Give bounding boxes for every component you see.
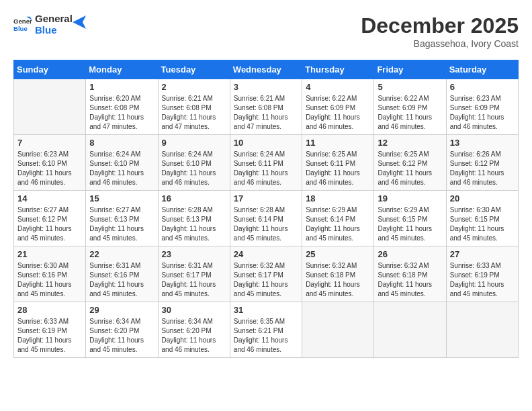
day-number: 22 [89, 249, 154, 259]
table-cell: 27Sunrise: 6:33 AM Sunset: 6:19 PM Dayli… [446, 246, 518, 302]
day-number: 28 [17, 305, 82, 315]
day-number: 27 [450, 249, 515, 259]
day-number: 26 [378, 249, 442, 259]
table-cell: 6Sunrise: 6:23 AM Sunset: 6:09 PM Daylig… [446, 79, 518, 135]
day-detail: Sunrise: 6:24 AM Sunset: 6:10 PM Dayligh… [162, 150, 226, 187]
day-number: 29 [89, 305, 154, 315]
day-number: 14 [17, 193, 82, 203]
day-number: 6 [450, 82, 515, 92]
table-cell: 28Sunrise: 6:33 AM Sunset: 6:19 PM Dayli… [14, 302, 86, 358]
table-cell: 4Sunrise: 6:22 AM Sunset: 6:09 PM Daylig… [302, 79, 374, 135]
table-cell: 14Sunrise: 6:27 AM Sunset: 6:12 PM Dayli… [14, 191, 86, 246]
table-cell: 11Sunrise: 6:25 AM Sunset: 6:11 PM Dayli… [302, 135, 374, 191]
day-detail: Sunrise: 6:22 AM Sunset: 6:09 PM Dayligh… [306, 94, 370, 132]
table-cell: 22Sunrise: 6:31 AM Sunset: 6:16 PM Dayli… [86, 246, 158, 302]
day-detail: Sunrise: 6:29 AM Sunset: 6:14 PM Dayligh… [306, 205, 370, 243]
location: Bagassehoa, Ivory Coast [361, 38, 519, 49]
header-sunday: Sunday [14, 60, 86, 79]
table-cell: 5Sunrise: 6:22 AM Sunset: 6:09 PM Daylig… [374, 79, 446, 135]
day-number: 23 [162, 249, 226, 259]
table-cell: 10Sunrise: 6:24 AM Sunset: 6:11 PM Dayli… [230, 135, 302, 191]
day-number: 19 [378, 193, 442, 203]
day-number: 16 [162, 193, 226, 203]
day-number: 5 [378, 82, 442, 92]
day-number: 12 [378, 138, 442, 148]
header-tuesday: Tuesday [158, 60, 230, 79]
day-detail: Sunrise: 6:25 AM Sunset: 6:11 PM Dayligh… [306, 150, 370, 187]
table-cell: 8Sunrise: 6:24 AM Sunset: 6:10 PM Daylig… [86, 135, 158, 191]
table-cell: 24Sunrise: 6:32 AM Sunset: 6:17 PM Dayli… [230, 246, 302, 302]
day-detail: Sunrise: 6:20 AM Sunset: 6:08 PM Dayligh… [89, 94, 154, 132]
svg-text:General: General [13, 17, 32, 25]
day-number: 3 [234, 82, 298, 92]
day-detail: Sunrise: 6:22 AM Sunset: 6:09 PM Dayligh… [378, 94, 442, 132]
day-detail: Sunrise: 6:24 AM Sunset: 6:10 PM Dayligh… [89, 150, 154, 187]
table-cell: 9Sunrise: 6:24 AM Sunset: 6:10 PM Daylig… [158, 135, 230, 191]
day-number: 7 [17, 138, 82, 148]
table-cell: 19Sunrise: 6:29 AM Sunset: 6:15 PM Dayli… [374, 191, 446, 246]
week-row-4: 21Sunrise: 6:30 AM Sunset: 6:16 PM Dayli… [14, 246, 519, 302]
table-cell: 18Sunrise: 6:29 AM Sunset: 6:14 PM Dayli… [302, 191, 374, 246]
day-detail: Sunrise: 6:28 AM Sunset: 6:14 PM Dayligh… [234, 205, 298, 243]
table-cell: 7Sunrise: 6:23 AM Sunset: 6:10 PM Daylig… [14, 135, 86, 191]
table-cell: 16Sunrise: 6:28 AM Sunset: 6:13 PM Dayli… [158, 191, 230, 246]
day-number: 11 [306, 138, 370, 148]
day-number: 10 [234, 138, 298, 148]
day-number: 30 [162, 305, 226, 315]
day-detail: Sunrise: 6:33 AM Sunset: 6:19 PM Dayligh… [17, 317, 82, 355]
table-cell: 15Sunrise: 6:27 AM Sunset: 6:13 PM Dayli… [86, 191, 158, 246]
table-cell: 26Sunrise: 6:32 AM Sunset: 6:18 PM Dayli… [374, 246, 446, 302]
day-detail: Sunrise: 6:32 AM Sunset: 6:18 PM Dayligh… [378, 261, 442, 299]
day-detail: Sunrise: 6:25 AM Sunset: 6:12 PM Dayligh… [378, 150, 442, 187]
logo-blue: Blue [35, 25, 73, 36]
header-monday: Monday [86, 60, 158, 79]
week-row-3: 14Sunrise: 6:27 AM Sunset: 6:12 PM Dayli… [14, 191, 519, 246]
week-row-2: 7Sunrise: 6:23 AM Sunset: 6:10 PM Daylig… [14, 135, 519, 191]
day-detail: Sunrise: 6:27 AM Sunset: 6:13 PM Dayligh… [89, 205, 154, 243]
table-cell: 20Sunrise: 6:30 AM Sunset: 6:15 PM Dayli… [446, 191, 518, 246]
svg-text:Blue: Blue [13, 24, 28, 32]
day-detail: Sunrise: 6:28 AM Sunset: 6:13 PM Dayligh… [162, 205, 226, 243]
calendar-table: SundayMondayTuesdayWednesdayThursdayFrid… [13, 60, 519, 358]
table-cell: 31Sunrise: 6:35 AM Sunset: 6:21 PM Dayli… [230, 302, 302, 358]
day-number: 1 [89, 82, 154, 92]
header-friday: Friday [374, 60, 446, 79]
day-number: 9 [162, 138, 226, 148]
table-cell: 25Sunrise: 6:32 AM Sunset: 6:18 PM Dayli… [302, 246, 374, 302]
day-detail: Sunrise: 6:26 AM Sunset: 6:12 PM Dayligh… [450, 150, 515, 187]
table-cell [446, 302, 518, 358]
week-row-1: 1Sunrise: 6:20 AM Sunset: 6:08 PM Daylig… [14, 79, 519, 135]
day-number: 17 [234, 193, 298, 203]
day-detail: Sunrise: 6:31 AM Sunset: 6:16 PM Dayligh… [89, 261, 154, 299]
header-saturday: Saturday [446, 60, 518, 79]
day-number: 15 [89, 193, 154, 203]
page-header: General Blue General Blue December 2025 … [13, 13, 519, 49]
day-number: 20 [450, 193, 515, 203]
day-detail: Sunrise: 6:21 AM Sunset: 6:08 PM Dayligh… [234, 94, 298, 132]
day-number: 13 [450, 138, 515, 148]
day-detail: Sunrise: 6:27 AM Sunset: 6:12 PM Dayligh… [17, 205, 82, 243]
day-detail: Sunrise: 6:32 AM Sunset: 6:17 PM Dayligh… [234, 261, 298, 299]
logo: General Blue General Blue [13, 13, 86, 36]
table-cell: 2Sunrise: 6:21 AM Sunset: 6:08 PM Daylig… [158, 79, 230, 135]
header-wednesday: Wednesday [230, 60, 302, 79]
table-cell [302, 302, 374, 358]
day-detail: Sunrise: 6:29 AM Sunset: 6:15 PM Dayligh… [378, 205, 442, 243]
table-cell: 17Sunrise: 6:28 AM Sunset: 6:14 PM Dayli… [230, 191, 302, 246]
table-cell: 12Sunrise: 6:25 AM Sunset: 6:12 PM Dayli… [374, 135, 446, 191]
day-detail: Sunrise: 6:33 AM Sunset: 6:19 PM Dayligh… [450, 261, 515, 299]
table-cell: 3Sunrise: 6:21 AM Sunset: 6:08 PM Daylig… [230, 79, 302, 135]
day-detail: Sunrise: 6:21 AM Sunset: 6:08 PM Dayligh… [162, 94, 226, 132]
day-detail: Sunrise: 6:24 AM Sunset: 6:11 PM Dayligh… [234, 150, 298, 187]
logo-arrow-icon [73, 15, 86, 29]
table-cell: 1Sunrise: 6:20 AM Sunset: 6:08 PM Daylig… [86, 79, 158, 135]
day-number: 2 [162, 82, 226, 92]
table-cell: 13Sunrise: 6:26 AM Sunset: 6:12 PM Dayli… [446, 135, 518, 191]
svg-marker-3 [73, 15, 86, 29]
day-detail: Sunrise: 6:30 AM Sunset: 6:15 PM Dayligh… [450, 205, 515, 243]
day-detail: Sunrise: 6:23 AM Sunset: 6:09 PM Dayligh… [450, 94, 515, 132]
title-block: December 2025 Bagassehoa, Ivory Coast [361, 13, 519, 49]
table-cell: 23Sunrise: 6:31 AM Sunset: 6:17 PM Dayli… [158, 246, 230, 302]
day-detail: Sunrise: 6:34 AM Sunset: 6:20 PM Dayligh… [162, 317, 226, 355]
logo-general: General [35, 13, 73, 25]
